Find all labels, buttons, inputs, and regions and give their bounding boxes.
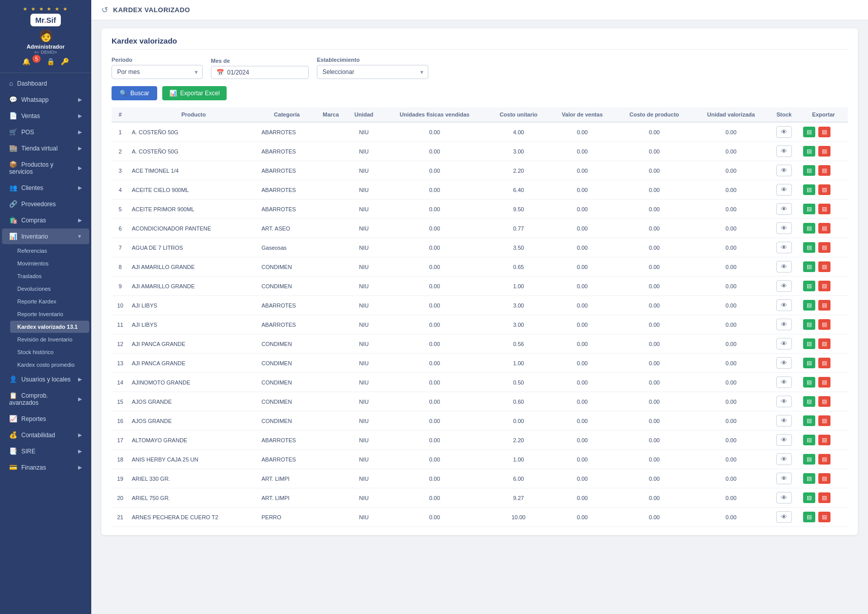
export-green-button[interactable]: ▤ (803, 473, 815, 484)
table-row: 2 A. COSTEÑO 50G ABARROTES NIU 0.00 3.00… (112, 142, 848, 161)
key-icon[interactable]: 🔑 (61, 58, 69, 65)
export-red-button[interactable]: ▤ (818, 223, 830, 234)
export-green-button[interactable]: ▤ (803, 492, 815, 503)
sidebar-item-clientes[interactable]: 👥Clientes ▶ (2, 180, 89, 196)
cell-costo-producto: 0.00 (615, 354, 693, 373)
export-red-button[interactable]: ▤ (818, 300, 830, 311)
submenu-item-kardex-costo[interactable]: Kardex costo promedio (10, 359, 89, 371)
sidebar-item-tienda[interactable]: 🏬Tienda virtual ▶ (2, 140, 89, 156)
view-button[interactable]: 👁 (776, 126, 792, 138)
export-green-button[interactable]: ▤ (803, 396, 815, 407)
export-red-button[interactable]: ▤ (818, 454, 830, 465)
submenu-item-devoluciones[interactable]: Devoluciones (10, 283, 89, 295)
export-red-button[interactable]: ▤ (818, 473, 830, 484)
export-red-button[interactable]: ▤ (818, 261, 830, 272)
view-button[interactable]: 👁 (776, 376, 792, 388)
sidebar-item-compras[interactable]: 🛍️Compras ▶ (2, 212, 89, 228)
sidebar-item-contabilidad[interactable]: 💰Contabilidad ▶ (2, 427, 89, 443)
lock-icon[interactable]: 🔒 (47, 58, 55, 65)
export-red-button[interactable]: ▤ (818, 338, 830, 349)
periodo-select[interactable]: Por mes (112, 65, 203, 79)
export-green-button[interactable]: ▤ (803, 281, 815, 291)
sidebar-item-finanzas[interactable]: 💳Finanzas ▶ (2, 459, 89, 475)
sidebar-item-comprob[interactable]: 📋Comprob. avanzados ▶ (2, 388, 89, 410)
search-button[interactable]: 🔍 Buscar (112, 86, 157, 100)
export-red-button[interactable]: ▤ (818, 435, 830, 445)
view-button[interactable]: 👁 (776, 396, 792, 407)
export-green-button[interactable]: ▤ (803, 319, 815, 330)
sidebar-item-pos[interactable]: 🛒POS ▶ (2, 124, 89, 140)
view-button[interactable]: 👁 (776, 261, 792, 273)
submenu-item-referencias[interactable]: Referencias (10, 245, 89, 257)
export-red-button[interactable]: ▤ (818, 204, 830, 214)
submenu-item-stock-historico[interactable]: Stock histórico (10, 346, 89, 358)
export-red-button[interactable]: ▤ (818, 242, 830, 253)
view-button[interactable]: 👁 (776, 338, 792, 350)
view-button[interactable]: 👁 (776, 434, 792, 446)
sidebar-item-whatsapp[interactable]: 💬Whatsapp ▶ (2, 92, 89, 107)
sidebar-item-reportes[interactable]: 📈Reportes (2, 411, 89, 427)
export-green-button[interactable]: ▤ (803, 358, 815, 368)
view-button[interactable]: 👁 (776, 203, 792, 215)
export-red-button[interactable]: ▤ (818, 358, 830, 368)
export-green-button[interactable]: ▤ (803, 146, 815, 157)
export-green-button[interactable]: ▤ (803, 165, 815, 176)
view-button[interactable]: 👁 (776, 222, 792, 234)
sidebar-item-dashboard[interactable]: ⌂Dashboard (2, 75, 89, 91)
sidebar-item-usuarios[interactable]: 👤Usuarios y locales ▶ (2, 371, 89, 387)
sidebar-item-ventas[interactable]: 📄Ventas ▶ (2, 108, 89, 124)
export-red-button[interactable]: ▤ (818, 184, 830, 195)
export-green-button[interactable]: ▤ (803, 435, 815, 445)
sidebar-item-sire[interactable]: 📑SIRE ▶ (2, 443, 89, 459)
cell-exportar: ▤ ▤ (800, 277, 848, 296)
view-button[interactable]: 👁 (776, 453, 792, 465)
export-red-button[interactable]: ▤ (818, 377, 830, 388)
view-button[interactable]: 👁 (776, 357, 792, 369)
mes-input[interactable] (227, 69, 303, 76)
export-green-button[interactable]: ▤ (803, 415, 815, 426)
export-red-button[interactable]: ▤ (818, 512, 830, 522)
export-green-button[interactable]: ▤ (803, 242, 815, 253)
view-button[interactable]: 👁 (776, 415, 792, 427)
export-green-button[interactable]: ▤ (803, 377, 815, 388)
view-button[interactable]: 👁 (776, 184, 792, 196)
export-green-button[interactable]: ▤ (803, 338, 815, 349)
view-button[interactable]: 👁 (776, 511, 792, 523)
view-button[interactable]: 👁 (776, 319, 792, 330)
export-green-button[interactable]: ▤ (803, 204, 815, 214)
export-green-button[interactable]: ▤ (803, 127, 815, 137)
sidebar-item-productos[interactable]: 📦Productos y servicios ▶ (2, 157, 89, 179)
export-excel-button[interactable]: 📊 Exportar Excel (162, 86, 227, 100)
sidebar-item-proveedores[interactable]: 🔗Proveedores (2, 196, 89, 212)
view-button[interactable]: 👁 (776, 492, 792, 504)
export-red-button[interactable]: ▤ (818, 165, 830, 176)
export-red-button[interactable]: ▤ (818, 492, 830, 503)
establecimiento-select[interactable]: Seleccionar (317, 65, 428, 79)
export-green-button[interactable]: ▤ (803, 261, 815, 272)
view-button[interactable]: 👁 (776, 280, 792, 292)
export-red-button[interactable]: ▤ (818, 281, 830, 291)
export-green-button[interactable]: ▤ (803, 512, 815, 522)
view-button[interactable]: 👁 (776, 299, 792, 311)
view-button[interactable]: 👁 (776, 145, 792, 157)
bell-icon[interactable]: 🔔 (22, 58, 30, 65)
submenu-item-traslados[interactable]: Traslados (10, 270, 89, 282)
export-red-button[interactable]: ▤ (818, 396, 830, 407)
export-green-button[interactable]: ▤ (803, 184, 815, 195)
export-green-button[interactable]: ▤ (803, 454, 815, 465)
export-red-button[interactable]: ▤ (818, 146, 830, 157)
view-button[interactable]: 👁 (776, 242, 792, 253)
export-red-button[interactable]: ▤ (818, 127, 830, 137)
submenu-item-reporte-kardex[interactable]: Reporte Kardex (10, 295, 89, 308)
export-green-button[interactable]: ▤ (803, 300, 815, 311)
submenu-item-kardex-valorizado[interactable]: Kardex valorizado 13.1 (10, 321, 89, 333)
export-red-button[interactable]: ▤ (818, 415, 830, 426)
sidebar-item-inventario[interactable]: 📊Inventario ▼ (2, 228, 89, 244)
submenu-item-revision[interactable]: Revisión de Inventario (10, 333, 89, 346)
submenu-item-movimientos[interactable]: Movimientos (10, 257, 89, 270)
submenu-item-reporte-inventario[interactable]: Reporte Inventario (10, 308, 89, 320)
export-green-button[interactable]: ▤ (803, 223, 815, 234)
view-button[interactable]: 👁 (776, 473, 792, 484)
view-button[interactable]: 👁 (776, 165, 792, 176)
export-red-button[interactable]: ▤ (818, 319, 830, 330)
